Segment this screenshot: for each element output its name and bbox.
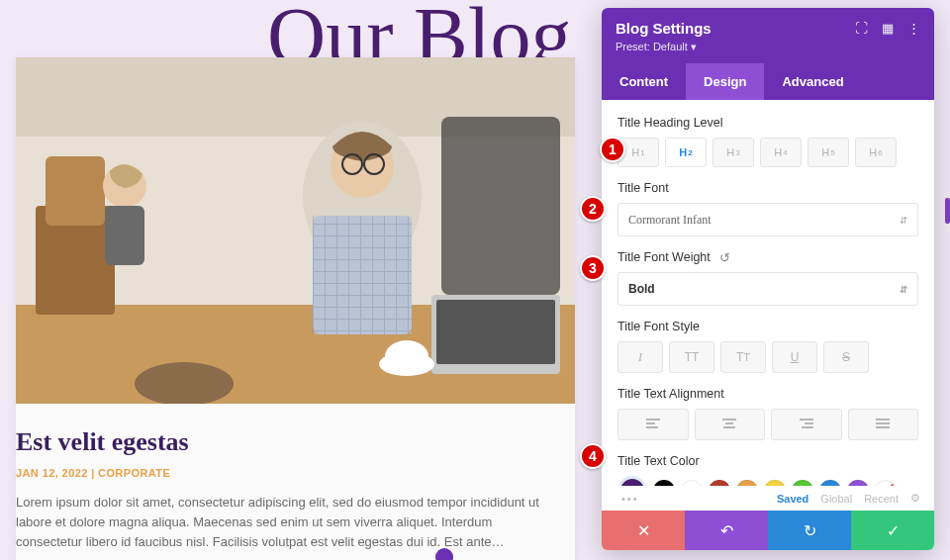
tab-content[interactable]: Content — [602, 63, 686, 100]
svg-point-18 — [135, 362, 234, 404]
align-right-button[interactable] — [771, 409, 842, 440]
color-swatch-none[interactable] — [875, 480, 897, 486]
undo-button[interactable]: ↶ — [685, 511, 768, 550]
title-font-value: Cormorant Infant — [628, 213, 712, 228]
color-swatch-red[interactable] — [709, 480, 730, 486]
eyedropper-button[interactable] — [618, 476, 647, 486]
callout-1: 1 — [600, 137, 625, 162]
font-weight-select[interactable]: Bold ⇵ — [618, 272, 918, 306]
svg-rect-4 — [46, 156, 105, 226]
gear-icon[interactable]: ⚙ — [910, 492, 920, 505]
panel-footer-meta: ••• Saved Global Recent ⚙ — [602, 486, 934, 511]
redo-button[interactable]: ↻ — [768, 511, 851, 550]
callout-2: 2 — [580, 196, 606, 222]
callout-3: 3 — [580, 255, 606, 281]
preset-selector[interactable]: Preset: Default ▾ — [616, 41, 920, 53]
tab-design[interactable]: Design — [686, 63, 764, 100]
panel-header: Blog Settings ⛶ ▦ ⋮ Preset: Default ▾ — [602, 8, 934, 63]
italic-button[interactable]: I — [618, 341, 663, 373]
blog-post-meta: JAN 12, 2022 | CORPORATE — [16, 467, 551, 479]
chevron-updown-icon: ⇵ — [900, 215, 907, 226]
color-swatch-green[interactable] — [792, 480, 813, 486]
label-text-color: Title Text Color — [618, 454, 918, 468]
label-font-weight: Title Font Weight ↺ — [618, 250, 918, 264]
cancel-button[interactable]: ✕ — [602, 511, 685, 550]
alignment-group — [618, 409, 918, 440]
tab-advanced[interactable]: Advanced — [764, 63, 861, 100]
strikethrough-button[interactable]: S — [823, 341, 869, 373]
panel-body: Title Heading Level H1 H2 H3 H4 H5 H6 Ti… — [602, 100, 934, 486]
reset-icon[interactable]: ↺ — [718, 250, 732, 264]
module-handle-dot[interactable] — [435, 548, 453, 560]
svg-rect-10 — [313, 216, 412, 334]
title-font-select[interactable]: Cormorant Infant ⇵ — [618, 203, 918, 236]
color-swatch-blue[interactable] — [819, 480, 841, 486]
align-justify-button[interactable] — [848, 409, 919, 440]
callout-4: 4 — [580, 443, 606, 469]
uppercase-button[interactable]: TT — [669, 341, 714, 373]
label-font-style: Title Font Style — [618, 320, 918, 333]
color-swatch-white[interactable] — [681, 480, 703, 486]
label-alignment: Title Text Alignment — [618, 387, 918, 401]
grid-icon[interactable]: ▦ — [882, 21, 894, 36]
color-swatch-row — [618, 476, 918, 486]
blog-body: Est velit egestas JAN 12, 2022 | CORPORA… — [16, 404, 575, 560]
font-style-group: I TT TT U S — [618, 341, 918, 373]
align-left-button[interactable] — [618, 409, 689, 440]
more-dots-icon[interactable]: ••• — [621, 493, 639, 505]
heading-h5-button[interactable]: H5 — [808, 138, 849, 167]
save-button[interactable]: ✓ — [851, 511, 934, 550]
expand-icon[interactable]: ⛶ — [855, 21, 868, 36]
color-swatch-orange[interactable] — [736, 480, 758, 486]
heading-h3-button[interactable]: H3 — [712, 138, 754, 167]
scrollbar-thumb[interactable] — [945, 198, 950, 224]
tab-saved[interactable]: Saved — [777, 493, 808, 505]
heading-h4-button[interactable]: H4 — [760, 138, 802, 167]
align-center-button[interactable] — [695, 409, 766, 440]
heading-h6-button[interactable]: H6 — [855, 138, 897, 167]
settings-panel: Blog Settings ⛶ ▦ ⋮ Preset: Default ▾ Co… — [602, 8, 934, 550]
svg-rect-12 — [436, 300, 555, 364]
blog-post-title: Est velit egestas — [16, 427, 551, 457]
font-weight-value: Bold — [628, 282, 655, 296]
label-heading-level: Title Heading Level — [618, 116, 918, 130]
panel-title: Blog Settings — [616, 20, 712, 37]
heading-h2-button[interactable]: H2 — [665, 138, 707, 167]
panel-tabs: Content Design Advanced — [602, 63, 934, 100]
underline-button[interactable]: U — [772, 341, 817, 373]
color-swatch-yellow[interactable] — [764, 480, 786, 486]
blog-post-excerpt: Lorem ipsum dolor sit amet, consectetur … — [16, 493, 551, 552]
svg-rect-16 — [105, 206, 144, 265]
color-swatch-purple[interactable] — [847, 480, 869, 486]
heading-level-group: H1 H2 H3 H4 H5 H6 — [618, 138, 918, 167]
blog-post-card: Est velit egestas JAN 12, 2022 | CORPORA… — [16, 57, 575, 560]
label-title-font: Title Font — [618, 181, 918, 195]
panel-action-bar: ✕ ↶ ↻ ✓ — [602, 511, 934, 550]
color-swatch-black[interactable] — [653, 480, 675, 486]
tab-recent[interactable]: Recent — [864, 493, 899, 505]
more-icon[interactable]: ⋮ — [907, 21, 920, 36]
tab-global[interactable]: Global — [820, 493, 852, 505]
svg-point-14 — [385, 340, 428, 372]
smallcaps-button[interactable]: TT — [720, 341, 766, 373]
svg-rect-17 — [441, 117, 560, 295]
chevron-updown-icon: ⇵ — [900, 284, 907, 295]
blog-featured-image — [16, 57, 575, 404]
